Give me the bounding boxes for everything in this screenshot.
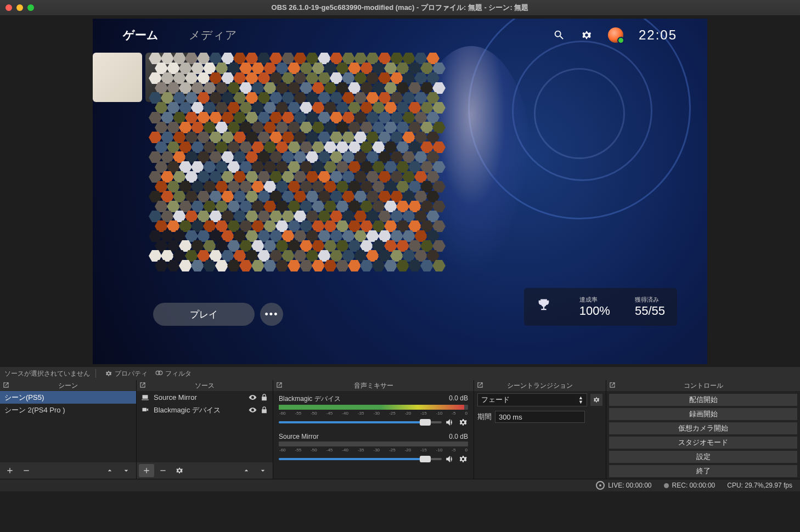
mixer-channel: Blackmagic デバイス0.0 dB-60-55-50-45-40-35-… (273, 391, 474, 429)
window-title: OBS 26.1.0-19-ge5c683990-modified (mac) … (0, 3, 800, 13)
volume-slider[interactable] (279, 421, 442, 423)
avatar[interactable] (608, 27, 623, 43)
properties-button[interactable]: プロパティ (102, 368, 151, 380)
popout-icon[interactable] (2, 381, 10, 389)
volume-slider[interactable] (279, 458, 442, 460)
filters-button[interactable]: フィルタ (152, 368, 195, 380)
mixer-body: Blackmagic デバイス0.0 dB-60-55-50-45-40-35-… (273, 391, 474, 479)
channel-db: 0.0 dB (449, 433, 468, 440)
scenes-list[interactable]: シーン(PS5)シーン 2(PS4 Pro ) (0, 391, 136, 462)
transitions-body: フェード ▲▼ 期間 300 ms (474, 391, 606, 479)
speaker-icon[interactable] (445, 454, 455, 464)
rec-dot-icon (664, 483, 669, 488)
scene-item[interactable]: シーン(PS5) (0, 391, 136, 404)
scene-up-button[interactable] (102, 464, 117, 477)
add-scene-button[interactable] (2, 464, 18, 477)
search-icon[interactable] (553, 29, 565, 41)
popout-icon[interactable] (139, 381, 147, 389)
channel-db: 0.0 dB (449, 394, 468, 404)
remove-scene-button[interactable] (19, 464, 34, 477)
minus-icon (22, 466, 31, 475)
preview-area[interactable]: ゲーム メディア 22:05 プレイ ••• 達成率 100% (0, 16, 800, 367)
scene-down-button[interactable] (119, 464, 134, 477)
game-tile[interactable] (93, 53, 142, 102)
lock-icon[interactable] (260, 406, 268, 414)
rec-status: REC: 00:00:00 (672, 482, 716, 489)
remove-source-button[interactable] (155, 464, 171, 477)
trophy-icon (536, 296, 551, 314)
filter-icon (155, 370, 163, 377)
eye-icon[interactable] (249, 393, 257, 401)
transitions-dock: シーントランジション フェード ▲▼ 期間 300 ms (474, 380, 606, 479)
sources-title: ソース (195, 381, 215, 390)
popout-icon[interactable] (609, 381, 616, 389)
live-status: LIVE: 00:00:00 (608, 482, 651, 489)
play-button[interactable]: プレイ (153, 303, 255, 326)
broadcast-icon (596, 481, 605, 490)
chevron-down-icon (258, 466, 267, 475)
source-props-button[interactable] (172, 464, 187, 477)
source-type-icon (141, 393, 149, 401)
source-up-button[interactable] (239, 464, 254, 477)
titlebar: OBS 26.1.0-19-ge5c683990-modified (mac) … (0, 0, 800, 16)
control-button[interactable]: 終了 (609, 465, 798, 478)
nav-games[interactable]: ゲーム (123, 27, 159, 43)
eye-icon[interactable] (249, 406, 257, 414)
lock-icon[interactable] (260, 393, 268, 401)
speaker-icon[interactable] (445, 417, 455, 427)
chevron-down-icon (122, 466, 131, 475)
controls-title: コントロール (684, 381, 723, 390)
control-button[interactable]: 録画開始 (609, 408, 798, 421)
level-meter (279, 442, 468, 446)
add-source-button[interactable] (139, 464, 154, 477)
hex-mosaic (149, 53, 440, 305)
gear-icon (593, 396, 600, 404)
transition-select[interactable]: フェード ▲▼ (477, 393, 587, 406)
ps-topbar: ゲーム メディア 22:05 (93, 19, 707, 52)
completion-label: 達成率 (579, 296, 610, 304)
source-toolbar: ソースが選択されていません プロパティ フィルタ (0, 367, 800, 380)
noselect-label: ソースが選択されていません (4, 369, 90, 378)
cpu-status: CPU: 29.7%,29.97 fps (727, 482, 792, 489)
sources-list[interactable]: Source MirrorBlackmagic デバイス (137, 391, 273, 462)
transition-props-button[interactable] (590, 394, 602, 406)
nav-media[interactable]: メディア (189, 27, 237, 43)
status-bar: LIVE: 00:00:00 REC: 00:00:00 CPU: 29.7%,… (0, 479, 800, 491)
earned-label: 獲得済み (635, 296, 665, 304)
chevron-up-icon (242, 466, 251, 475)
sources-dock: ソース Source MirrorBlackmagic デバイス (137, 380, 273, 479)
gear-icon (105, 370, 112, 377)
scenes-title: シーン (58, 381, 78, 390)
mixer-title: 音声ミキサー (354, 381, 393, 390)
level-meter (279, 405, 468, 410)
channel-name: Source Mirror (279, 433, 319, 440)
gear-icon[interactable] (581, 29, 593, 41)
preview-canvas[interactable]: ゲーム メディア 22:05 プレイ ••• 達成率 100% (93, 19, 707, 364)
popout-icon[interactable] (275, 381, 283, 389)
clock: 22:05 (639, 27, 677, 43)
more-button[interactable]: ••• (260, 303, 283, 326)
spinner-icon: ▲▼ (578, 395, 583, 404)
source-down-button[interactable] (255, 464, 271, 477)
transitions-title: シーントランジション (507, 381, 573, 390)
controls-body: 配信開始録画開始仮想カメラ開始スタジオモード設定終了 (606, 391, 800, 479)
completion-value: 100% (579, 304, 610, 318)
plus-icon (142, 466, 151, 475)
gear-icon[interactable] (458, 454, 468, 464)
control-button[interactable]: 設定 (609, 450, 798, 463)
source-item[interactable]: Blackmagic デバイス (137, 404, 273, 416)
control-button[interactable]: スタジオモード (609, 436, 798, 449)
earned-value: 55/55 (635, 304, 665, 318)
control-button[interactable]: 仮想カメラ開始 (609, 422, 798, 435)
gear-icon (175, 466, 184, 475)
control-button[interactable]: 配信開始 (609, 393, 798, 406)
plus-icon (5, 466, 14, 475)
source-type-icon (141, 406, 149, 414)
gear-icon[interactable] (458, 417, 468, 427)
controls-dock: コントロール 配信開始録画開始仮想カメラ開始スタジオモード設定終了 (606, 380, 800, 479)
scene-item[interactable]: シーン 2(PS4 Pro ) (0, 404, 136, 416)
popout-icon[interactable] (476, 381, 484, 389)
scenes-dock: シーン シーン(PS5)シーン 2(PS4 Pro ) (0, 380, 137, 479)
source-item[interactable]: Source Mirror (137, 391, 273, 404)
duration-input[interactable]: 300 ms (495, 411, 585, 423)
